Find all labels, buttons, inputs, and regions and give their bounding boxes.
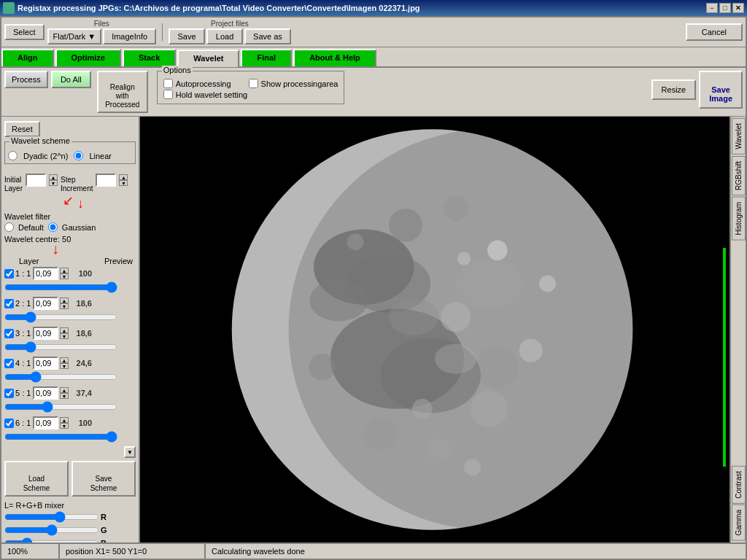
svg-point-21 [464,459,481,475]
load-button[interactable]: Load [206,28,243,44]
step-down[interactable]: ▼ [119,180,128,186]
right-tab-histogram[interactable]: Histogram [732,197,746,241]
layer-3-row: 3 : 1 ▲ ▼ 18,6 [4,327,136,340]
layer-3-slider[interactable] [4,341,117,353]
mixer-r-slider[interactable] [4,511,99,523]
layer-4-input[interactable] [33,357,58,370]
load-scheme-button[interactable]: Load Scheme [4,461,69,497]
flatdark-button[interactable]: Flat/Dark ▼ [47,28,102,44]
saveas-button[interactable]: Save as [244,28,291,44]
content-area: Reset Wavelet scheme Dyadic (2^n) Linear… [1,117,746,542]
initial-layer-input[interactable]: 1 [26,174,46,187]
step-up[interactable]: ▲ [119,174,128,180]
layer-3-down[interactable]: ▼ [60,333,69,339]
default-radio[interactable] [4,222,14,232]
layer-5-checkbox[interactable] [4,389,14,398]
initial-layer-up[interactable]: ▲ [49,174,58,180]
layer-6-checkbox[interactable] [4,419,14,428]
mixer-b-slider[interactable] [4,537,99,542]
reset-button[interactable]: Reset [4,121,40,137]
show-processingarea-label: Show processingarea [261,79,338,88]
save-scheme-button[interactable]: Save Scheme [71,461,136,497]
right-tab-rgbshift[interactable]: RGBshift [732,156,746,195]
layer-4-slider[interactable] [4,371,117,383]
tab-align[interactable]: Align [1,49,54,66]
calculating-status: Calculating wavelets done [206,544,746,559]
layer-1-up[interactable]: ▲ [60,268,69,273]
layer-6-down[interactable]: ▼ [60,423,69,429]
layer-6-input[interactable] [33,416,58,429]
layer-4-row: 4 : 1 ▲ ▼ 24,6 [4,357,136,370]
preview-col-header: Preview [104,257,133,265]
right-tab-gamma[interactable]: Gamma [732,505,746,541]
layer-2-checkbox[interactable] [4,299,14,308]
layer-5-up[interactable]: ▲ [60,387,69,393]
tab-wavelet[interactable]: Wavelet [177,50,239,67]
layer-4-down[interactable]: ▼ [60,363,69,369]
dyadic-radio[interactable] [8,151,18,160]
doall-button[interactable]: Do All [51,71,91,88]
top-panel: Process Do All Realign with Processed Op… [1,68,746,117]
layer-1-id: 1 : 1 [15,269,31,278]
layer-5-preview: 37,4 [70,389,92,397]
gaussian-radio[interactable] [48,222,58,232]
save-image-button[interactable]: Save Image [699,71,743,109]
layer-3-up[interactable]: ▲ [60,327,69,333]
mixer-g-slider[interactable] [4,524,99,536]
save-button[interactable]: Save [169,28,205,44]
realign-button[interactable]: Realign with Processed [97,71,148,113]
scroll-down-arrow[interactable]: ▼ [124,446,136,458]
wavelet-scheme-group: Wavelet scheme Dyadic (2^n) Linear [4,141,136,164]
layer-2-slider[interactable] [4,311,117,323]
select-button[interactable]: Select [4,24,44,40]
maximize-button[interactable]: □ [719,3,731,13]
mixer-r-label: R [101,513,107,521]
linear-radio[interactable] [74,151,83,160]
layer-1-down[interactable]: ▼ [60,273,69,279]
tab-final[interactable]: Final [241,49,292,66]
layer-5-down[interactable]: ▼ [60,393,69,399]
layer-2-down[interactable]: ▼ [60,303,69,309]
layer-1-input[interactable] [33,267,58,280]
files-label: Files [94,20,109,28]
svg-point-19 [519,339,543,362]
initial-layer-down[interactable]: ▼ [49,180,58,186]
layer-3-input[interactable] [33,327,58,340]
cancel-button[interactable]: Cancel [686,23,743,41]
layer-4-checkbox[interactable] [4,359,14,368]
layer-4-up[interactable]: ▲ [60,357,69,363]
autoprocessing-label: Autoprocessing [176,79,231,88]
tab-optimize[interactable]: Optimize [55,49,121,66]
svg-point-24 [389,299,439,335]
right-tabs: Wavelet RGBshift Histogram Contrast Gamm… [729,117,746,542]
layer-1-preview: 100 [70,269,92,278]
layer-2-up[interactable]: ▲ [60,298,69,303]
layer-6-up[interactable]: ▲ [60,417,69,423]
layer-6-slider[interactable] [4,431,117,443]
right-tab-contrast[interactable]: Contrast [732,466,746,504]
process-button[interactable]: Process [4,71,48,88]
layer-3-checkbox[interactable] [4,329,14,338]
layer-6-row: 6 : 1 ▲ ▼ 100 [4,416,136,429]
layer-4-preview: 24,6 [70,359,92,368]
layer-1-checkbox[interactable] [4,269,14,279]
autoprocessing-checkbox[interactable] [163,79,173,88]
tabbar: Align Optimize Stack Wavelet Final About… [1,47,746,68]
tab-stack[interactable]: Stack [123,49,176,66]
layer-5-input[interactable] [33,386,58,400]
svg-point-20 [412,399,432,419]
layer-2-input[interactable] [33,297,58,310]
layer-4-id: 4 : 1 [15,359,31,368]
right-tab-wavelet[interactable]: Wavelet [732,118,746,155]
tab-abouthelp[interactable]: About & Help [293,49,376,66]
hold-wavelet-checkbox[interactable] [163,90,173,99]
layer-5-row: 5 : 1 ▲ ▼ 37,4 [4,386,136,400]
imageinfo-button[interactable]: ImageInfo [103,28,156,44]
minimize-button[interactable]: − [706,3,718,13]
resize-button[interactable]: Resize [651,79,697,100]
step-input[interactable]: 0 [96,174,116,187]
layer-5-slider[interactable] [4,401,117,413]
show-processingarea-checkbox[interactable] [249,79,258,88]
layer-1-slider[interactable] [4,281,117,293]
close-button[interactable]: ✕ [732,3,744,13]
